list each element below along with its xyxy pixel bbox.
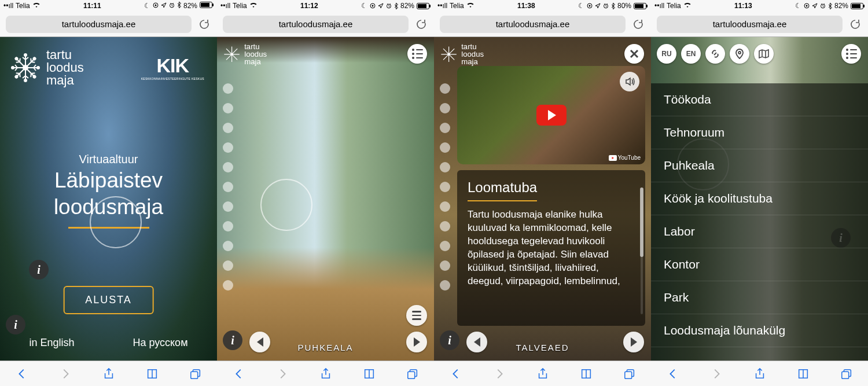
scene-dot[interactable]	[223, 201, 233, 212]
next-scene-button[interactable]	[406, 332, 427, 352]
menu-item[interactable]: Tehnoruum	[651, 116, 868, 149]
sound-button[interactable]	[620, 72, 639, 91]
info-button[interactable]: i	[223, 330, 242, 350]
lang-ru[interactable]: На русском	[133, 337, 187, 349]
next-scene-button[interactable]	[623, 332, 644, 352]
scene-dot[interactable]	[440, 162, 450, 172]
svg-point-42	[372, 5, 373, 7]
url-field[interactable]: tartuloodusmaja.ee	[657, 16, 843, 33]
tabs-button[interactable]	[838, 365, 855, 383]
menu-item[interactable]: Loodusmaja lõunakülg	[651, 314, 868, 347]
svg-point-1	[155, 5, 156, 6]
scene-dot[interactable]	[440, 201, 450, 212]
safari-url-bar: tartuloodusmaja.ee	[217, 12, 434, 37]
svg-rect-72	[852, 4, 860, 8]
share-button[interactable]	[751, 365, 768, 383]
scene-dot[interactable]	[223, 280, 233, 291]
lang-en[interactable]: in English	[29, 337, 74, 349]
share-button[interactable]	[100, 365, 117, 383]
back-button[interactable]	[13, 365, 31, 383]
scene-dot[interactable]	[223, 103, 233, 113]
bookmarks-button[interactable]	[795, 365, 812, 383]
svg-rect-46	[429, 5, 431, 8]
menu-item[interactable]: Labor	[651, 215, 868, 248]
scene-dot[interactable]	[440, 260, 450, 271]
scrollbar-thumb[interactable]	[640, 188, 643, 257]
info-button[interactable]: i	[440, 330, 459, 350]
scene-dot[interactable]	[440, 103, 450, 113]
link-button[interactable]	[705, 44, 725, 64]
info-hotspot[interactable]: i	[29, 260, 49, 280]
scene-dot[interactable]	[223, 142, 233, 153]
url-field[interactable]: tartuloodusmaja.ee	[440, 16, 626, 33]
close-button[interactable]	[624, 44, 644, 64]
svg-point-32	[12, 67, 14, 69]
tabs-button[interactable]	[621, 365, 638, 383]
scene-dot[interactable]	[440, 221, 450, 231]
scene-dot[interactable]	[440, 241, 450, 251]
scene-dot[interactable]	[440, 123, 450, 133]
svg-rect-67	[624, 372, 631, 378]
list-icon	[846, 49, 857, 59]
page-content[interactable]: tartuloodusmaja i PUHKEALA	[217, 37, 434, 361]
url-field[interactable]: tartuloodusmaja.ee	[6, 16, 192, 33]
pano-nav-circle[interactable]	[90, 196, 142, 248]
bookmarks-button[interactable]	[144, 365, 161, 383]
pano-nav-circle[interactable]	[260, 179, 312, 231]
bookmarks-button[interactable]	[361, 365, 378, 383]
menu-item[interactable]: Kontor	[651, 248, 868, 281]
bookmarks-button[interactable]	[578, 365, 595, 383]
share-button[interactable]	[534, 365, 551, 383]
back-button[interactable]	[664, 365, 682, 383]
reload-button[interactable]	[197, 17, 211, 31]
menu-item[interactable]: Puhkeala	[651, 149, 868, 182]
svg-point-36	[15, 57, 19, 61]
scene-dot[interactable]	[440, 182, 450, 192]
prev-scene-button[interactable]	[466, 332, 487, 352]
location-button[interactable]	[730, 44, 749, 64]
tabs-button[interactable]	[404, 365, 421, 383]
lang-ru-button[interactable]: RU	[657, 44, 676, 64]
scene-dot[interactable]	[223, 260, 233, 271]
background-greenhouse	[217, 37, 434, 361]
scene-name: TALVEAED	[516, 343, 569, 352]
page-content[interactable]: RU EN i Töökoda Tehnoruum Puhkeala Köök …	[651, 37, 868, 361]
scene-dot[interactable]	[223, 241, 233, 251]
tabs-button[interactable]	[187, 365, 204, 383]
reload-button[interactable]	[414, 17, 428, 31]
svg-rect-76	[841, 372, 848, 378]
reload-button[interactable]	[848, 17, 862, 31]
logo-line3: maja	[46, 74, 84, 87]
panel-body: Tartu loodusmaja elanike hulka kuuluvad …	[468, 208, 635, 288]
scene-dot[interactable]	[440, 142, 450, 153]
menu-item[interactable]: Köök ja koolitustuba	[651, 182, 868, 215]
map-button[interactable]	[754, 44, 774, 64]
share-button[interactable]	[317, 365, 334, 383]
back-button[interactable]	[230, 365, 248, 383]
start-button[interactable]: ALUSTA	[63, 286, 154, 314]
menu-item[interactable]: Park	[651, 281, 868, 314]
text-button[interactable]	[406, 305, 427, 326]
scene-dot[interactable]	[223, 182, 233, 192]
back-button[interactable]	[447, 365, 465, 383]
menu-item[interactable]: Töökoda	[651, 83, 868, 116]
scene-dot[interactable]	[440, 280, 450, 291]
prev-scene-button[interactable]	[249, 332, 270, 352]
lang-en-button[interactable]: EN	[681, 44, 701, 64]
bluetooth-icon	[177, 2, 181, 10]
menu-list-button[interactable]	[841, 44, 861, 64]
reload-button[interactable]	[631, 17, 645, 31]
scene-dot[interactable]	[223, 162, 233, 172]
video-thumbnail[interactable]: YouTube	[457, 66, 645, 164]
scene-dot[interactable]	[223, 83, 233, 94]
scene-dot[interactable]	[440, 83, 450, 94]
url-field[interactable]: tartuloodusmaja.ee	[223, 16, 409, 33]
scene-dot[interactable]	[223, 123, 233, 133]
page-content[interactable]: tartuloodusmaja YouTube	[434, 37, 651, 361]
svg-point-16	[37, 67, 39, 69]
menu-list-button[interactable]	[407, 44, 427, 64]
info-hotspot[interactable]: i	[6, 315, 25, 334]
safari-toolbar	[217, 361, 434, 386]
scene-dot[interactable]	[223, 221, 233, 231]
status-bar: ••ıllTelia 11:12 ☾ 82%	[217, 0, 434, 12]
